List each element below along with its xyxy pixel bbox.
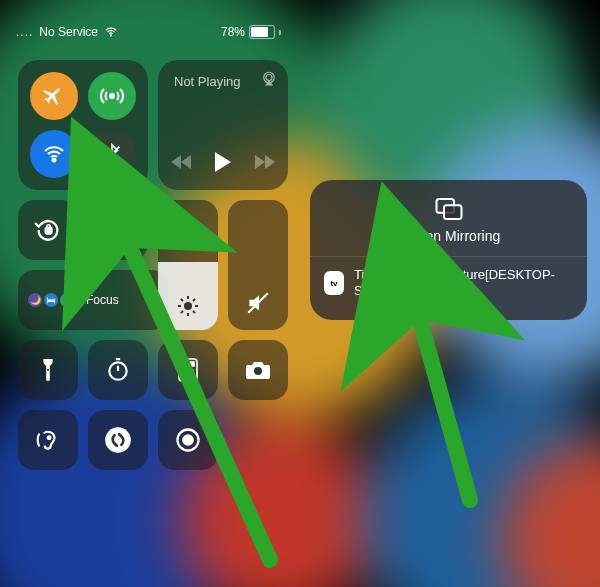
- orientation-lock-icon: [34, 216, 62, 244]
- svg-point-32: [48, 436, 51, 439]
- svg-line-17: [193, 299, 195, 301]
- media-title: Not Playing: [174, 74, 240, 89]
- hearing-icon: [35, 427, 61, 453]
- svg-line-14: [181, 299, 183, 301]
- svg-rect-24: [182, 362, 194, 366]
- wifi-status-icon: [104, 25, 118, 39]
- airplane-icon: [43, 85, 65, 107]
- svg-point-1: [110, 94, 114, 98]
- svg-point-19: [47, 369, 49, 371]
- media-panel[interactable]: Not Playing: [158, 60, 288, 190]
- shazam-icon: [104, 426, 132, 454]
- svg-rect-6: [46, 228, 52, 234]
- volume-slider[interactable]: [228, 200, 288, 330]
- shazam-button[interactable]: [88, 410, 148, 470]
- svg-point-29: [187, 374, 189, 376]
- play-button[interactable]: [215, 152, 231, 172]
- flashlight-button[interactable]: [18, 340, 78, 400]
- svg-point-27: [191, 370, 193, 372]
- screen-mirroring-icon: [434, 196, 464, 222]
- calculator-icon: [177, 357, 199, 383]
- svg-line-15: [193, 311, 195, 313]
- wifi-toggle[interactable]: [30, 130, 78, 178]
- bluetooth-icon: [101, 143, 123, 165]
- focus-mode-icons: 🌙 🛏 👤: [28, 293, 74, 307]
- camera-icon: [245, 359, 271, 381]
- svg-point-26: [187, 370, 189, 372]
- svg-point-25: [183, 370, 185, 372]
- battery-fill: [251, 27, 268, 37]
- status-bar: .... No Service 78%: [0, 22, 297, 42]
- screen-mirroring-button[interactable]: [88, 200, 148, 260]
- orientation-lock-button[interactable]: [18, 200, 78, 260]
- mute-icon: [245, 290, 271, 316]
- rewind-button[interactable]: [171, 155, 191, 169]
- bed-icon: 🛏: [44, 293, 58, 307]
- brightness-slider[interactable]: [158, 200, 218, 330]
- svg-point-28: [183, 374, 185, 376]
- timer-icon: [105, 357, 131, 383]
- screen-mirroring-screen: Screen Mirroring tv Tipard Screen Captur…: [300, 0, 597, 587]
- apple-tv-icon: tv: [324, 271, 344, 295]
- svg-rect-37: [444, 205, 462, 219]
- cellular-data-icon: [100, 84, 124, 108]
- screen-mirroring-panel: Screen Mirroring tv Tipard Screen Captur…: [310, 180, 587, 320]
- mirror-target-row[interactable]: tv Tipard Screen Capture[DESKTOP-SFP3CHJ…: [310, 256, 587, 310]
- bluetooth-toggle[interactable]: [88, 130, 136, 178]
- svg-point-5: [266, 75, 272, 81]
- svg-point-0: [110, 35, 111, 36]
- svg-rect-8: [115, 228, 130, 240]
- cellular-data-toggle[interactable]: [88, 72, 136, 120]
- flashlight-icon: [37, 357, 59, 383]
- svg-point-33: [105, 427, 131, 453]
- screen-record-button[interactable]: [158, 410, 218, 470]
- svg-point-9: [184, 302, 192, 310]
- battery-indicator: 78%: [221, 25, 281, 39]
- focus-button[interactable]: 🌙 🛏 👤 Focus: [18, 270, 168, 330]
- screen-record-icon: [174, 426, 202, 454]
- mirror-target-name: Tipard Screen Capture[DESKTOP-SFP3CHJ]: [354, 267, 573, 300]
- carrier-label: No Service: [39, 25, 98, 39]
- airplay-icon[interactable]: [260, 70, 278, 88]
- svg-point-2: [53, 159, 56, 162]
- svg-point-31: [254, 367, 262, 375]
- battery-percent: 78%: [221, 25, 245, 39]
- brightness-icon: [176, 294, 200, 318]
- calculator-button[interactable]: [158, 340, 218, 400]
- camera-button[interactable]: [228, 340, 288, 400]
- hearing-button[interactable]: [18, 410, 78, 470]
- moon-icon: 🌙: [28, 293, 42, 307]
- person-icon: 👤: [60, 293, 74, 307]
- svg-point-30: [191, 374, 193, 376]
- control-center-screen: .... No Service 78%: [0, 0, 297, 587]
- signal-dots: ....: [16, 25, 33, 39]
- screen-mirroring-icon: [104, 216, 132, 244]
- airplane-mode-toggle[interactable]: [30, 72, 78, 120]
- timer-button[interactable]: [88, 340, 148, 400]
- screen-mirroring-title: Screen Mirroring: [310, 228, 587, 244]
- wifi-icon: [42, 142, 66, 166]
- focus-label: Focus: [86, 293, 119, 307]
- svg-line-16: [181, 311, 183, 313]
- connectivity-panel[interactable]: [18, 60, 148, 190]
- forward-button[interactable]: [255, 155, 275, 169]
- svg-point-35: [183, 435, 192, 444]
